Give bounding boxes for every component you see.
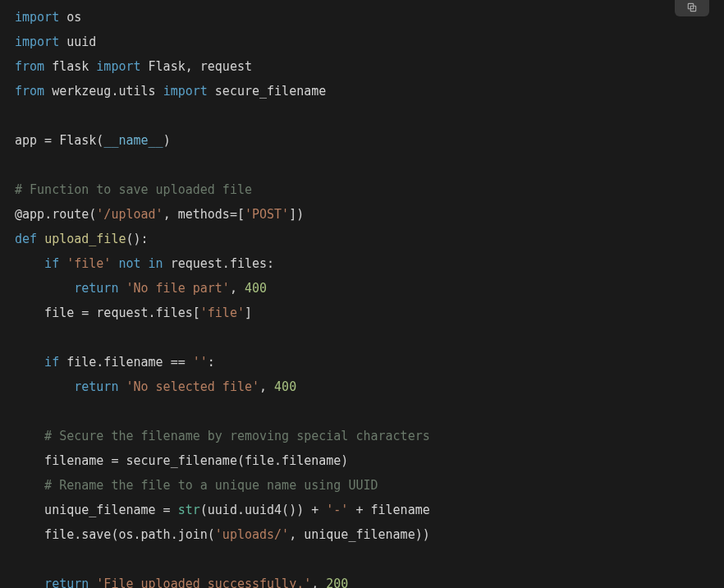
copy-button[interactable]: [675, 0, 709, 16]
code-block: import os import uuid from flask import …: [0, 0, 724, 588]
comment: # Function to save uploaded file: [15, 182, 252, 197]
keyword: import: [15, 10, 59, 25]
copy-icon: [686, 2, 698, 13]
code-line: app = Flask(__name__): [15, 133, 171, 148]
